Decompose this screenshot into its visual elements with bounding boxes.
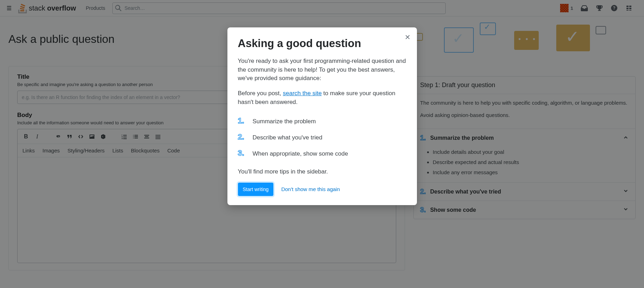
dont-show-again-button[interactable]: Don't show me this again — [281, 186, 340, 192]
list-item: Summarize the problem — [253, 118, 316, 125]
step-number: 3. — [238, 149, 246, 158]
modal-p2-pre: Before you post, — [238, 90, 283, 97]
search-site-link[interactable]: search the site — [283, 90, 322, 97]
step-number: 2. — [238, 132, 246, 142]
modal-steps: 1.Summarize the problem 2.Describe what … — [238, 113, 406, 161]
list-item: Describe what you've tried — [253, 134, 323, 141]
close-icon[interactable]: ✕ — [405, 33, 411, 41]
modal-paragraph-2: Before you post, search the site to make… — [238, 89, 406, 106]
modal-footer-note: You'll find more tips in the sidebar. — [238, 168, 406, 176]
modal-paragraph-1: You're ready to ask your first programmi… — [238, 57, 406, 83]
modal-actions: Start writing Don't show me this again — [238, 183, 406, 196]
modal-title: Asking a good question — [238, 37, 406, 50]
list-item: When appropriate, show some code — [253, 150, 348, 157]
step-number: 1. — [238, 116, 246, 125]
modal: ✕ Asking a good question You're ready to… — [227, 27, 417, 205]
modal-overlay[interactable]: ✕ Asking a good question You're ready to… — [0, 0, 644, 288]
start-writing-button[interactable]: Start writing — [238, 183, 274, 196]
